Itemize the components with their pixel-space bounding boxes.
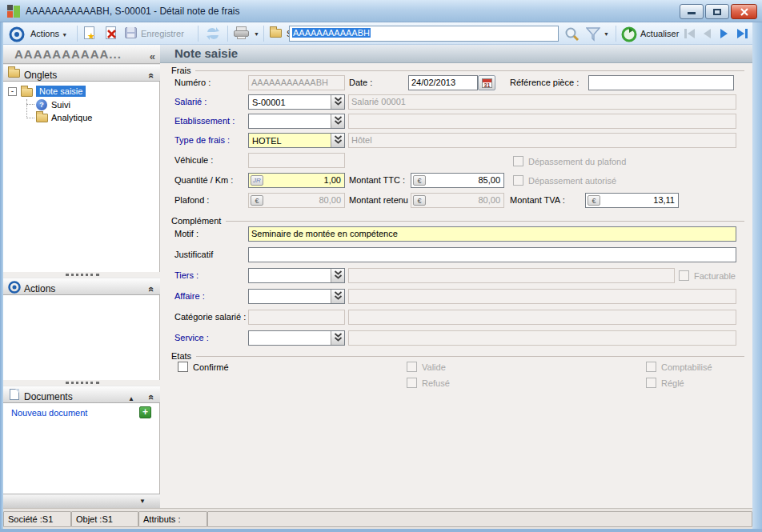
unit-jr-button[interactable]: JR [251, 175, 263, 186]
scroll-down-icon[interactable]: ▼ [139, 498, 146, 505]
window-title: AAAAAAAAAAABH, S-00001 - Détail note de … [26, 6, 239, 17]
quantite-km-field[interactable]: JR 1,00 [248, 173, 345, 188]
tree-item-note-saisie[interactable]: Note saisie [36, 86, 86, 97]
refuse-checkbox [407, 378, 417, 388]
sidebar-footer-bar[interactable]: ▼ [3, 494, 160, 508]
frais-group-label: Frais [171, 66, 190, 75]
collapse-sidebar-icon[interactable]: « [150, 47, 156, 66]
filter-icon[interactable] [586, 26, 600, 42]
toolbar: Actions ▼ ★ Enregistrer ▼ S1 [3, 22, 752, 45]
calendar-button[interactable]: 31 [478, 75, 495, 90]
chevron-double-down-icon[interactable] [331, 331, 344, 345]
comptabilise-label: Comptabilisé [661, 362, 712, 372]
service-combo[interactable] [248, 330, 345, 346]
main-panel: Note saisie Frais Numéro : AAAAAAAAAAABH… [160, 45, 752, 508]
vehicule-field [248, 153, 345, 168]
affaire-combo[interactable] [248, 289, 345, 304]
reference-piece-label: Référence pièce : [510, 78, 579, 87]
justificatif-field[interactable] [248, 247, 736, 262]
service-desc-field [348, 330, 736, 346]
filter-menu-arrow[interactable]: ▼ [604, 31, 609, 37]
reference-piece-field[interactable] [588, 75, 734, 90]
title-bar: AAAAAAAAAAABH, S-00001 - Détail note de … [0, 0, 762, 22]
pin-up-icon[interactable]: ▲ [128, 390, 134, 407]
regle-label: Réglé [661, 378, 684, 388]
euro-button[interactable]: € [588, 195, 600, 206]
montant-ttc-label: Montant TTC : [349, 175, 405, 185]
panel-splitter[interactable] [3, 380, 160, 386]
tree-item-suivi[interactable]: Suivi [51, 100, 70, 110]
facturable-label: Facturable [694, 271, 736, 281]
delete-record-button[interactable] [105, 26, 118, 41]
actions-panel-header[interactable]: Actions « [3, 278, 160, 295]
chevron-double-down-icon[interactable] [331, 269, 344, 282]
search-icon[interactable] [564, 26, 580, 42]
print-button[interactable] [234, 26, 250, 40]
service-label: Service : [174, 333, 209, 342]
valide-label: Valide [422, 362, 446, 372]
close-button[interactable] [731, 4, 757, 19]
salarie-label: Salarié : [174, 97, 207, 106]
montant-tva-field[interactable]: € 13,11 [585, 193, 679, 208]
frais-group-header: Frais [171, 66, 744, 75]
affaire-desc-field [348, 289, 736, 304]
page-title: Note saisie [160, 45, 752, 63]
restore-button[interactable] [705, 4, 729, 19]
confirme-checkbox[interactable] [178, 362, 188, 372]
tree-line [26, 99, 27, 118]
montant-ttc-value: 85,00 [478, 175, 500, 185]
onglets-panel-header[interactable]: Onglets « [3, 64, 160, 82]
status-attributs: Attributs : [138, 511, 207, 527]
actions-menu-button[interactable]: Actions ▼ [30, 29, 67, 38]
type-frais-combo[interactable]: HOTEL [248, 133, 345, 148]
quantite-km-value: 1,00 [324, 175, 341, 185]
print-menu-arrow[interactable]: ▼ [254, 31, 259, 37]
date-label: Date : [349, 78, 372, 87]
etablissement-combo[interactable] [248, 114, 345, 129]
nav-next-icon[interactable] [719, 28, 730, 39]
chevron-double-down-icon[interactable] [331, 114, 344, 128]
actualiser-button[interactable]: Actualiser [640, 29, 679, 38]
type-frais-value: HOTEL [252, 136, 282, 146]
onglets-panel-title: Onglets [24, 67, 57, 84]
tree-expander-icon[interactable]: - [8, 87, 17, 96]
status-societe: Société :S1 [3, 511, 71, 527]
chevron-double-down-icon[interactable] [331, 95, 344, 109]
documents-panel-title: Documents [24, 389, 73, 406]
montant-ttc-field[interactable]: € 85,00 [411, 173, 504, 188]
nav-previous-icon [701, 28, 712, 39]
collapse-panel-icon[interactable]: « [142, 286, 159, 292]
montant-tva-value: 13,11 [653, 195, 675, 205]
categorie-salarie-field [248, 310, 345, 325]
folder-icon [36, 114, 48, 122]
save-icon [125, 26, 138, 39]
new-record-button[interactable]: ★ [83, 26, 96, 41]
documents-panel-header[interactable]: Documents ▲ « [3, 386, 160, 403]
euro-button[interactable]: € [413, 175, 426, 186]
chevron-double-down-icon[interactable] [331, 290, 344, 303]
tiers-label: Tiers : [174, 270, 199, 280]
collapse-panel-icon[interactable]: « [142, 73, 159, 78]
nav-last-icon[interactable] [736, 28, 748, 39]
search-input[interactable]: AAAAAAAAAAABH [289, 26, 559, 42]
numero-field: AAAAAAAAAAABH [248, 75, 345, 90]
panel-splitter[interactable] [3, 272, 160, 278]
chevron-double-down-icon[interactable] [331, 134, 344, 147]
salarie-combo[interactable]: S-00001 [248, 94, 345, 110]
star-icon: ★ [87, 31, 95, 42]
collapse-panel-icon[interactable]: « [142, 394, 159, 400]
tiers-combo[interactable] [248, 268, 345, 283]
target-icon [8, 26, 26, 42]
tree-item-analytique[interactable]: Analytique [51, 113, 92, 122]
company-folder-icon [270, 29, 282, 38]
tree-line [26, 118, 34, 118]
target-icon [8, 281, 21, 294]
new-document-link[interactable]: Nouveau document [11, 408, 87, 418]
motif-field[interactable]: Seminaire de montée en compétence [248, 226, 736, 242]
actions-menu-label: Actions [30, 29, 59, 38]
window-border-bottom [0, 529, 762, 532]
valide-checkbox [407, 362, 417, 372]
date-field[interactable]: 24/02/2013 [408, 75, 478, 90]
minimize-button[interactable] [680, 4, 704, 19]
add-document-button[interactable]: + [139, 406, 151, 418]
